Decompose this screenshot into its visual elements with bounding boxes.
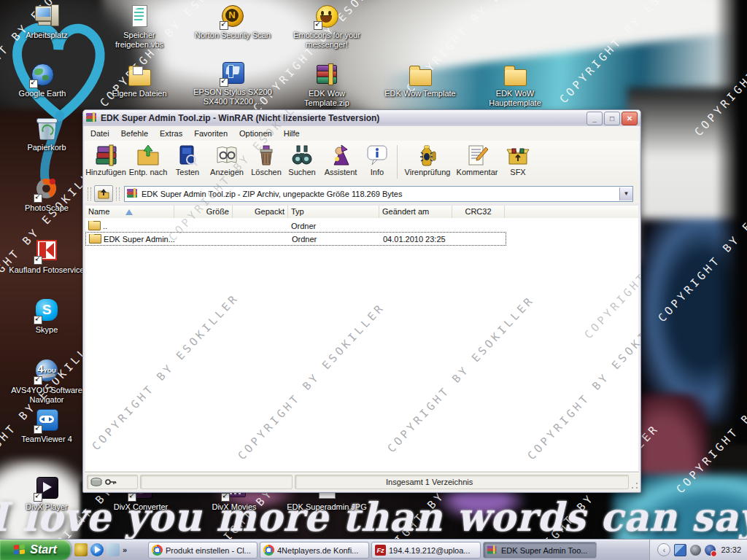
toolbar-separator [397, 145, 398, 179]
maximize-button[interactable]: □ [604, 112, 620, 125]
delete-button[interactable]: Löschen [248, 142, 285, 176]
resize-grip[interactable] [630, 481, 639, 491]
sfx-button[interactable]: SFX [501, 142, 535, 176]
desktop-icon-kaufland[interactable]: Kaufland Fotoservice [6, 239, 88, 275]
menu-hilfe[interactable]: Hilfe [278, 128, 306, 139]
icon-label: Eigene Dateien [112, 89, 166, 98]
messenger-icon[interactable] [74, 543, 88, 556]
drag-handle[interactable] [88, 187, 91, 201]
column-groesse[interactable]: Größe [174, 206, 233, 218]
shortcut-arrow-icon [34, 376, 42, 385]
desktop-icon-divx-player[interactable]: DivX Player [6, 476, 88, 512]
toolbar-label: Suchen [288, 168, 315, 176]
column-name[interactable]: Name [85, 206, 174, 218]
window-title: EDK Super Admin Tool.zip - WinRAR (Nicht… [101, 113, 585, 123]
sfx-box-icon [506, 143, 530, 168]
desktop-icon-emoticons[interactable]: Emoticons for your messenger! [286, 4, 368, 50]
title-bar[interactable]: EDK Super Admin Tool.zip - WinRAR (Nicht… [83, 110, 640, 126]
desktop-icon-arbeitsplatz[interactable]: Arbeitsplatz [6, 4, 88, 40]
taskbar-task-produkt[interactable]: Produkt einstellen - Cl... [148, 542, 258, 559]
desktop-icon-speicher-freigeben[interactable]: Speicher freigeben.vbs [98, 4, 180, 50]
toolbar-label: Entp. nach [129, 168, 168, 176]
icon-label: EPSON Stylus SX200 SX400 TX200 ... [192, 88, 274, 106]
divx-player-icon [34, 476, 60, 501]
desktop-icon-edk-wow-template-zip[interactable]: EDK Wow Template.zip [286, 63, 368, 108]
desktop-icon-eigene-dateien[interactable]: Eigene Dateien [98, 63, 180, 98]
list-header: Name Größe Gepackt Typ Geändert am CRC32 [85, 206, 638, 219]
toolbar-label: Testen [176, 168, 199, 176]
view-button[interactable]: Anzeigen [206, 142, 248, 176]
menu-extras[interactable]: Extras [154, 128, 188, 139]
close-button[interactable]: ✕ [622, 112, 638, 125]
status-text-panel: Insgesamt 1 Verzeichnis [295, 475, 629, 489]
menu-datei[interactable]: Datei [85, 128, 115, 139]
folder-up-icon [98, 188, 109, 199]
extract-folder-icon [136, 143, 160, 168]
system-tray: ‹ 23:32 [649, 540, 747, 560]
desktop-icon-edk-wow-haupttemplate[interactable]: EDK WoW Haupttemplate [474, 63, 556, 108]
desktop-icon-teamviewer[interactable]: TeamViewer 4 [6, 408, 88, 444]
desktop-icon-avs4you[interactable]: 4YOU AVS4YOU Software Navigator [6, 359, 88, 405]
add-button[interactable]: Hinzufügen [85, 142, 127, 176]
icon-label: Arbeitsplatz [26, 31, 67, 40]
shortcut-arrow-icon [314, 21, 322, 30]
desktop-icon-google-earth[interactable]: Google Earth [1, 63, 83, 98]
table-row[interactable]: .. Ordner [85, 219, 505, 232]
winrar-app-icon [86, 113, 98, 123]
desktop-icon-norton[interactable]: N Norton Security Scan [192, 4, 274, 40]
minimize-button[interactable]: _ [587, 112, 603, 125]
start-button[interactable]: Start [0, 540, 71, 560]
filezilla-icon: Fz [375, 545, 386, 556]
comment-note-icon [465, 143, 489, 168]
column-crc32[interactable]: CRC32 [452, 206, 505, 218]
menu-befehle[interactable]: Befehle [115, 128, 154, 139]
shortcut-arrow-icon [29, 79, 38, 88]
virus-scan-button[interactable]: Virenprüfung [402, 142, 453, 176]
archive-path-combo[interactable]: EDK Super Admin Tool.zip - ZIP Archiv, u… [124, 186, 633, 202]
extract-to-button[interactable]: Entp. nach [127, 142, 169, 176]
drag-handle[interactable] [116, 187, 120, 201]
taskbar-task-filezilla[interactable]: Fz 194.4.19.212@uploa... [371, 542, 481, 559]
column-gepackt[interactable]: Gepackt [233, 206, 288, 218]
column-typ[interactable]: Typ [288, 206, 379, 218]
toolbar-label: SFX [510, 168, 525, 176]
quick-launch-overflow-chevron[interactable]: » [123, 545, 127, 554]
status-text: Insgesamt 1 Verzeichnis [386, 478, 473, 486]
tray-security-alert-icon[interactable] [705, 545, 716, 556]
documents-folder-icon [126, 63, 152, 88]
menu-optionen[interactable]: Optionen [233, 128, 278, 139]
icon-label: Skype [36, 325, 58, 335]
comment-button[interactable]: Kommentar [453, 142, 501, 176]
desktop-icon-photoscape[interactable]: PhotoScape [6, 177, 88, 213]
search-button[interactable]: Suchen [285, 142, 320, 176]
norton-icon: N [220, 4, 246, 29]
desktop-icon-edk-wow-template[interactable]: EDK Wow Template [379, 63, 461, 98]
taskbar-task-winrar[interactable]: EDK Super Admin Too... [483, 542, 597, 559]
chevron-down-icon[interactable]: ▼ [619, 187, 632, 201]
desktop-icon-skype[interactable]: S Skype [6, 299, 88, 335]
test-button[interactable]: Testen [169, 142, 206, 176]
tray-collapse-chevron[interactable]: ‹ [657, 543, 670, 556]
tray-volume-icon[interactable] [690, 545, 701, 556]
table-row-selected[interactable]: EDK Super Admin... Ordner 04.01.2010 23:… [85, 232, 506, 246]
up-directory-button[interactable] [94, 185, 113, 202]
toolbar-label: Kommentar [457, 168, 498, 176]
icon-label: EDK Superadmin.JPG [287, 502, 366, 512]
file-list[interactable]: .. Ordner EDK Super Admin... Ordner 04.0… [85, 218, 638, 471]
taskbar-task-4netplayers[interactable]: 4Netplayers.de Konfi... [260, 542, 369, 559]
desktop-icon-epson[interactable]: EPSON Stylus SX200 SX400 TX200 ... [192, 61, 274, 106]
wizard-button[interactable]: Assistent [320, 142, 362, 176]
show-desktop-icon[interactable] [107, 543, 120, 556]
icon-label: AVS4YOU Software Navigator [6, 386, 88, 405]
column-geaendert[interactable]: Geändert am [379, 206, 452, 218]
tray-network-icon[interactable] [674, 544, 686, 556]
menu-favoriten[interactable]: Favoriten [188, 128, 233, 139]
recycle-bin-icon [34, 117, 60, 141]
icon-label: PhotoScape [25, 203, 69, 213]
winrar-window: EDK Super Admin Tool.zip - WinRAR (Nicht… [82, 109, 641, 493]
info-button[interactable]: Info [362, 142, 392, 176]
address-bar: EDK Super Admin Tool.zip - ZIP Archiv, u… [85, 184, 639, 203]
media-player-icon[interactable] [90, 543, 104, 556]
icon-label: EDK WoW Haupttemplate [474, 89, 556, 108]
desktop-icon-papierkorb[interactable]: Papierkorb [6, 117, 88, 152]
